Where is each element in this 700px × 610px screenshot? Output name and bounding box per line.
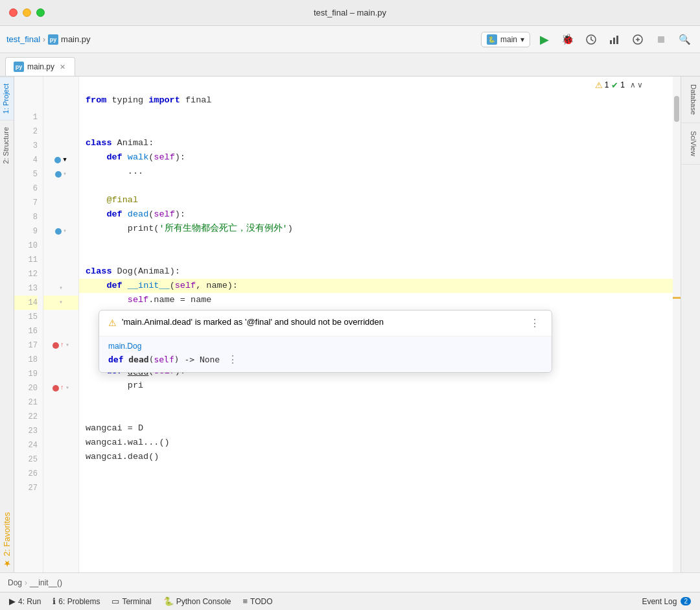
breadcrumb-project[interactable]: test_final	[6, 34, 40, 44]
debug-button[interactable]: 🐞	[559, 30, 577, 49]
run-config-dropdown[interactable]: 🐍 main ▾	[481, 32, 530, 47]
close-button[interactable]	[9, 8, 18, 17]
fold-9[interactable]: ▾	[63, 224, 67, 239]
python-console-icon: 🐍	[163, 596, 174, 606]
run-config-icon: 🐍	[487, 34, 497, 45]
popup-sig-more-btn[interactable]: ⋮	[225, 353, 240, 366]
run-config-chevron: ▾	[520, 35, 524, 44]
code-line-22	[79, 393, 681, 407]
line-num-7: 7	[14, 196, 38, 210]
gutter-7	[43, 196, 78, 210]
todo-icon: ≡	[242, 596, 248, 606]
todo-panel-btn[interactable]: ≡ TODO	[237, 594, 277, 609]
terminal-panel-btn[interactable]: ▭ Terminal	[106, 594, 156, 609]
toolbar-breadcrumb: test_final › py main.py	[6, 34, 477, 45]
breadcrumb-method: __init__()	[30, 578, 62, 587]
svg-rect-2	[613, 38, 615, 44]
python-console-panel-btn[interactable]: 🐍 Python Console	[158, 594, 237, 609]
profile-button[interactable]	[605, 30, 624, 49]
bp-9[interactable]	[55, 228, 62, 235]
gutter-17: ↑ ▾	[43, 338, 78, 353]
gutter-15	[43, 310, 78, 324]
bp-4[interactable]	[54, 157, 61, 163]
window-title: test_final – main.py	[314, 8, 386, 18]
fold-13[interactable]: ▾	[59, 281, 63, 296]
warning-number: 1	[605, 80, 609, 89]
tab-label: main.py	[27, 62, 54, 71]
breadcrumb-sep: ›	[25, 578, 27, 587]
code-editor[interactable]: ⚠ 1 ✔ 1 ∧ ∨ 1 2 3 4 5 6 7 8	[14, 76, 681, 572]
code-line-14: def __init__(self, name):	[79, 279, 681, 293]
nav-arrows: ∧ ∨	[630, 80, 643, 89]
sidebar-item-sciview[interactable]: SciView	[681, 123, 700, 165]
line-num-10: 10	[14, 239, 38, 253]
code-line-9: def dead(self):	[79, 207, 681, 222]
bp-17[interactable]	[52, 342, 59, 349]
maximize-button[interactable]	[36, 8, 45, 17]
stop-button[interactable]	[652, 30, 670, 49]
main-toolbar: test_final › py main.py 🐍 main ▾ ▶ 🐞 🔍	[0, 26, 700, 53]
favorites-tab[interactable]: ★ 2: Favorites	[0, 508, 14, 572]
line-num-24: 24	[14, 438, 38, 452]
code-line-5: def walk(self):	[79, 150, 681, 165]
line-num-17: 17	[14, 338, 38, 353]
gutter-24	[43, 438, 78, 452]
bp-5[interactable]	[55, 171, 62, 178]
search-button[interactable]: 🔍	[675, 30, 694, 49]
line-num-14: 14	[14, 296, 38, 310]
python-console-label: Python Console	[176, 597, 231, 606]
run-button[interactable]: ▶	[535, 30, 554, 49]
sidebar-item-project[interactable]: 1: Project	[0, 76, 14, 120]
event-log-btn[interactable]: Event Log 2	[636, 594, 696, 609]
line-num-23: 23	[14, 424, 38, 438]
gutter-1	[43, 110, 78, 124]
fold-14[interactable]: ▾	[59, 296, 63, 310]
scroll-marker	[673, 297, 681, 299]
svg-rect-1	[610, 40, 612, 44]
gutter-25	[43, 452, 78, 467]
left-sidebar: 1: Project 2: Structure ★ 2: Favorites	[0, 76, 14, 572]
gutter-19	[43, 367, 78, 381]
coverage-button[interactable]	[582, 30, 600, 49]
code-line-23	[79, 407, 681, 421]
check-number: 1	[620, 80, 625, 89]
scrollbar-thumb[interactable]	[674, 96, 679, 122]
prev-warning[interactable]: ∧	[630, 80, 636, 89]
tab-main-py[interactable]: py main.py ✕	[5, 57, 75, 76]
fold-20[interactable]: ▾	[65, 381, 69, 395]
bp-20[interactable]	[52, 385, 59, 392]
code-line-24: wangcai = D	[79, 421, 681, 436]
gutter-8	[43, 210, 78, 224]
line-num-12: 12	[14, 267, 38, 281]
line-num-5: 5	[14, 167, 38, 182]
tab-close-button[interactable]: ✕	[58, 62, 67, 71]
fold-5[interactable]: ▾	[63, 167, 67, 182]
run-panel-btn[interactable]: ▶ 4: Run	[4, 594, 46, 609]
gutter-9: ▾	[43, 224, 78, 239]
popup-warning-icon: ⚠	[108, 318, 117, 328]
code-line-10: print('所有生物都会死亡，没有例外')	[79, 222, 681, 236]
popup-signature-line: def dead(self) -> None ⋮	[108, 353, 542, 366]
code-line-2	[79, 108, 681, 122]
popup-more-btn[interactable]: ⋮	[527, 317, 542, 329]
gutter-21	[43, 395, 78, 410]
sidebar-item-database[interactable]: Database	[681, 76, 700, 123]
fold-17[interactable]: ▾	[65, 338, 69, 353]
next-warning[interactable]: ∨	[637, 80, 643, 89]
code-line-13: class Dog(Animal):	[79, 264, 681, 279]
fold-4[interactable]: ▾	[62, 153, 67, 167]
problems-panel-btn[interactable]: ℹ 6: Problems	[47, 594, 105, 609]
minimize-button[interactable]	[23, 8, 31, 17]
warning-count[interactable]: ⚠ 1	[595, 80, 609, 90]
breadcrumb-filename[interactable]: main.py	[61, 34, 91, 44]
vertical-scrollbar[interactable]	[673, 76, 681, 572]
line-numbers: 1 2 3 4 5 6 7 8 9 10 11 12 13 14 15 16 1…	[14, 76, 43, 572]
gutter-11	[43, 253, 78, 267]
popup-signature-row: main.Dog def dead(self) -> None ⋮	[99, 336, 552, 372]
sidebar-item-structure[interactable]: 2: Structure	[0, 120, 14, 170]
concurrency-button[interactable]	[629, 30, 647, 49]
gutter-16	[43, 324, 78, 338]
editor-tabbar: py main.py ✕	[0, 53, 700, 76]
check-count[interactable]: ✔ 1	[611, 80, 625, 90]
editor-breadcrumb-bar: Dog › __init__()	[0, 572, 700, 592]
